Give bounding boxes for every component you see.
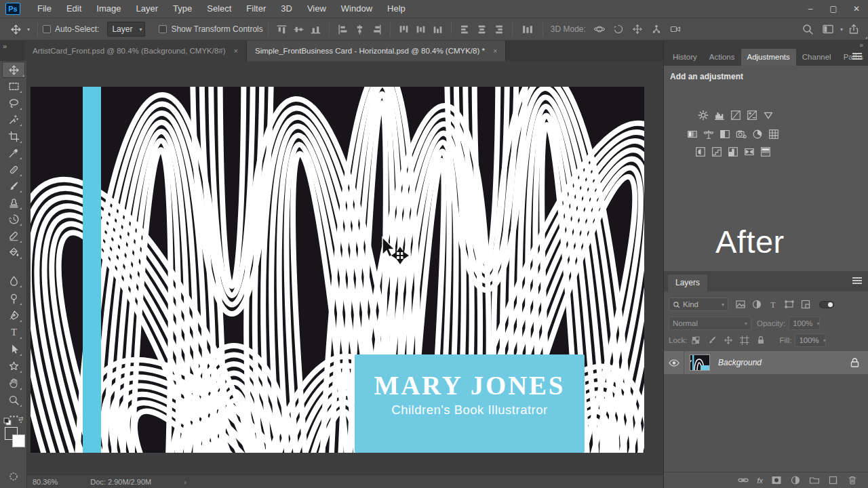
status-chevron-icon[interactable]: › <box>184 478 186 486</box>
new-adjustment-layer-icon[interactable] <box>790 475 801 485</box>
lock-artboard-icon[interactable] <box>739 335 750 346</box>
filter-type-layers-icon[interactable]: T <box>768 299 778 310</box>
auto-select-checkbox[interactable] <box>43 25 51 33</box>
selective-color-icon[interactable] <box>760 146 772 158</box>
gradient-map-icon[interactable] <box>743 146 755 158</box>
menu-item-select[interactable]: Select <box>199 0 239 18</box>
layers-panel-menu-icon[interactable] <box>852 277 862 284</box>
layer-filter-dropdown[interactable]: Kind ▾ <box>669 298 728 311</box>
lasso-tool[interactable] <box>5 95 22 111</box>
align-left-edges-icon[interactable] <box>337 24 349 35</box>
blend-mode-dropdown[interactable]: Normal ▾ <box>669 317 751 330</box>
posterize-icon[interactable] <box>711 146 723 158</box>
distribute-horizontal-centers-icon[interactable] <box>476 24 488 35</box>
curves-icon[interactable] <box>730 109 742 121</box>
layer-visibility-toggle[interactable] <box>664 351 684 374</box>
threshold-icon[interactable] <box>727 146 739 158</box>
quick-selection-tool[interactable] <box>5 111 22 127</box>
spot-healing-brush-tool[interactable] <box>5 161 22 178</box>
lock-image-icon[interactable] <box>707 335 717 346</box>
3d-orbit-icon[interactable] <box>593 23 606 35</box>
menu-item-type[interactable]: Type <box>165 0 199 18</box>
document-canvas[interactable]: MARY JONES Children's Book Illustratror <box>31 87 644 453</box>
filter-shape-layers-icon[interactable] <box>784 299 795 310</box>
custom-shape-tool[interactable] <box>5 358 22 374</box>
tab-channel[interactable]: Channel <box>796 49 837 66</box>
menu-item-filter[interactable]: Filter <box>239 0 273 18</box>
eraser-tool[interactable] <box>5 228 22 244</box>
crop-tool[interactable] <box>5 128 22 144</box>
maximize-button[interactable]: ▢ <box>822 0 845 18</box>
tab-close-icon[interactable]: × <box>493 47 497 55</box>
minimize-button[interactable]: – <box>799 0 822 18</box>
photo-filter-icon[interactable] <box>735 128 747 140</box>
blur-tool[interactable] <box>5 272 22 289</box>
new-layer-icon[interactable] <box>828 475 839 485</box>
quick-mask-icon[interactable] <box>7 471 20 482</box>
exposure-icon[interactable] <box>746 109 758 121</box>
auto-select-target-dropdown[interactable]: Layer▾ <box>107 22 145 37</box>
path-selection-tool[interactable] <box>5 341 22 357</box>
tab-close-icon[interactable]: × <box>234 47 238 55</box>
filter-smart-objects-icon[interactable] <box>800 299 811 310</box>
hand-tool[interactable] <box>5 375 22 391</box>
brush-tool[interactable] <box>5 178 22 194</box>
align-bottom-edges-icon[interactable] <box>310 24 321 35</box>
pen-tool[interactable] <box>5 307 22 323</box>
delete-layer-icon[interactable] <box>847 475 858 485</box>
lock-position-icon[interactable] <box>723 335 734 346</box>
distribute-vertical-centers-icon[interactable] <box>415 24 427 35</box>
channel-mixer-icon[interactable] <box>751 128 764 140</box>
levels-icon[interactable] <box>713 109 726 121</box>
lock-all-icon[interactable] <box>755 335 766 346</box>
type-tool[interactable]: T <box>5 324 22 340</box>
layer-filter-toggle[interactable] <box>819 301 834 308</box>
distribute-right-edges-icon[interactable] <box>493 24 505 35</box>
align-vertical-centers-icon[interactable] <box>293 24 304 35</box>
tab-history[interactable]: History <box>667 49 703 66</box>
align-top-edges-icon[interactable] <box>276 24 288 35</box>
add-layer-mask-icon[interactable] <box>771 475 782 485</box>
search-icon[interactable] <box>802 23 814 35</box>
align-horizontal-centers-icon[interactable] <box>354 24 366 35</box>
3d-slide-icon[interactable] <box>650 23 663 35</box>
move-tool-preset-icon[interactable] <box>7 21 24 37</box>
show-transform-checkbox[interactable] <box>159 25 167 33</box>
brightness-contrast-icon[interactable] <box>697 109 709 121</box>
collapse-panels-icon[interactable]: » <box>859 41 863 49</box>
3d-roll-icon[interactable] <box>612 23 625 35</box>
menu-item-image[interactable]: Image <box>89 0 128 18</box>
menu-item-help[interactable]: Help <box>380 0 413 18</box>
menu-item-edit[interactable]: Edit <box>59 0 89 18</box>
eyedropper-tool[interactable] <box>5 144 22 161</box>
workspace-caret-icon[interactable]: ▾ <box>840 26 843 33</box>
hue-saturation-icon[interactable] <box>686 128 698 140</box>
vibrance-icon[interactable] <box>762 109 774 121</box>
new-group-icon[interactable] <box>809 475 820 485</box>
swap-colors-icon[interactable]: ⇄ <box>18 415 24 422</box>
invert-icon[interactable] <box>694 146 707 158</box>
lock-transparency-icon[interactable] <box>690 335 701 346</box>
layer-row-background[interactable]: Background <box>664 351 868 374</box>
align-right-edges-icon[interactable] <box>371 24 382 35</box>
close-button[interactable]: ✕ <box>845 0 868 18</box>
black-white-icon[interactable] <box>719 128 731 140</box>
zoom-tool[interactable] <box>5 392 22 408</box>
tab-actions[interactable]: Actions <box>703 49 741 66</box>
distribute-bottom-edges-icon[interactable] <box>432 24 443 35</box>
panel-expand-icon[interactable]: » <box>0 41 24 61</box>
workspace-switcher-icon[interactable] <box>821 23 835 35</box>
opacity-value-dropdown[interactable]: 100% ▾ <box>789 317 820 330</box>
layer-name[interactable]: Background <box>718 358 762 367</box>
distribute-spacing-icon[interactable] <box>520 24 535 35</box>
tab-adjustments[interactable]: Adjustments <box>741 49 796 66</box>
tool-preset-caret-icon[interactable]: ▾ <box>27 26 30 33</box>
dodge-tool[interactable] <box>5 290 22 306</box>
background-color-swatch[interactable] <box>12 434 25 447</box>
share-icon[interactable] <box>848 23 860 35</box>
gradient-tool[interactable] <box>5 244 22 260</box>
link-layers-icon[interactable] <box>738 475 749 485</box>
color-balance-icon[interactable] <box>703 128 715 140</box>
menu-item-layer[interactable]: Layer <box>129 0 166 18</box>
filter-pixel-layers-icon[interactable] <box>735 299 746 310</box>
